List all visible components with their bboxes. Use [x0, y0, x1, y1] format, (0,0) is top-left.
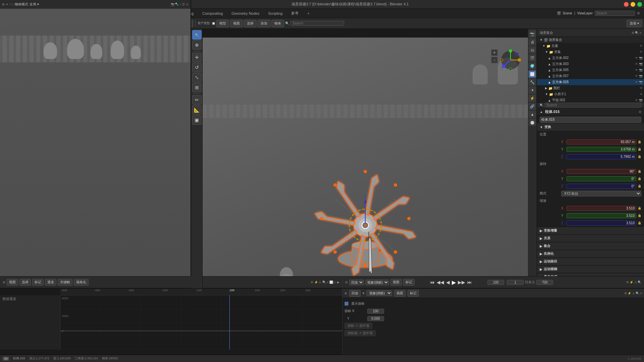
outliner-item-cube003[interactable]: ▲ 立方体.003 👁 📷 — [537, 61, 644, 67]
icon-scene[interactable]: 🎬 — [529, 54, 536, 62]
icon-object[interactable]: ⬜ — [529, 70, 536, 78]
outliner-item-cube002[interactable]: ▲ 立方体.002 👁 📷 — [537, 55, 644, 61]
tl-normalize-btn[interactable]: 规格化 — [74, 279, 89, 286]
marker-btn2[interactable]: 标记 — [403, 279, 415, 286]
tl-channel-btn[interactable]: 通道 — [45, 279, 56, 286]
scene-name[interactable]: Scene — [563, 11, 572, 15]
axis-gizmo-center[interactable]: Y X Z — [500, 49, 521, 71]
zoom-out[interactable]: - — [491, 57, 498, 63]
asset-add-btn[interactable]: 添加 — [258, 20, 270, 27]
rotation-x[interactable]: 90° — [567, 169, 636, 174]
tl-keyframe-btn[interactable]: 关键帧 — [58, 279, 72, 286]
viewlayer-name[interactable]: ViewLayer — [577, 11, 593, 15]
win-maximize[interactable] — [637, 2, 642, 7]
rotation-mode-select[interactable]: XYZ 欧拉 — [561, 191, 641, 196]
tool-measure[interactable]: 📐 — [192, 105, 202, 115]
transform-section-header[interactable]: ▼ 变换 — [537, 123, 644, 131]
collections-header[interactable]: ▶ 集合 — [537, 242, 644, 250]
tool-scale[interactable]: ⤡ — [192, 73, 202, 82]
play-prev-keyframe[interactable]: ◀◀ — [437, 280, 444, 285]
icon-world[interactable]: 🌍 — [529, 62, 536, 70]
graph-area[interactable]: 4000 2000 0 — [60, 295, 342, 350]
tab-compositing[interactable]: Compositing — [198, 9, 227, 18]
outliner-item-elements[interactable]: ▼ 📁 元素 👁 — [537, 43, 644, 49]
dope-marker[interactable]: 标记 — [408, 290, 419, 297]
object-name-field[interactable]: 柱体.015 — [540, 117, 641, 123]
icon-constraints[interactable]: 🔗 — [529, 103, 536, 110]
start-frame-input[interactable] — [507, 280, 524, 285]
top-right-search[interactable] — [595, 11, 635, 16]
props-search-input[interactable] — [545, 103, 641, 108]
motion-paths-header[interactable]: ▶ 运动路径 — [537, 258, 644, 265]
frame-type-select[interactable]: 视象(插帧) — [365, 280, 389, 285]
play-next-frame[interactable]: ▶▶ — [458, 280, 465, 285]
zoom-in[interactable]: + — [491, 49, 498, 56]
icon-data[interactable]: ▲ — [529, 111, 536, 118]
location-z[interactable]: 5.7992 m — [567, 154, 636, 159]
scale-x[interactable]: 3.510 — [567, 206, 636, 211]
location-y[interactable]: 3.6758 m — [567, 147, 636, 152]
outliner-item-cube005[interactable]: ▲ 立方体.005 👁 📷 — [537, 67, 644, 73]
outliner-item-plane002[interactable]: ▲ 平面.002 👁 📷 — [537, 97, 644, 102]
icon-view-layer[interactable]: 🗂 — [529, 46, 536, 54]
play-button[interactable]: ▶ — [452, 279, 456, 286]
tool-annotate[interactable]: ✏ — [192, 95, 202, 105]
tab-geometry-nodes[interactable]: Geometry Nodes — [227, 9, 263, 18]
outliner-scene-collection[interactable]: ▼ 🎬 场景集合 — [537, 37, 644, 43]
icon-particles[interactable]: ✦ — [529, 86, 536, 94]
outliner-item-fence[interactable]: ▶ 📁 围栏 👁 — [537, 85, 644, 91]
tl-marker-btn[interactable]: 标记 — [32, 279, 44, 286]
dope-type-select[interactable]: 视象(插帧) — [366, 290, 392, 296]
lock-ry[interactable]: 🔒 — [638, 177, 641, 180]
dope-playback[interactable]: 回放 — [349, 290, 361, 297]
motion-blur-header[interactable]: ▶ 运动模糊 — [537, 265, 644, 273]
playback-type-select[interactable]: 回放 — [349, 280, 364, 285]
win-close[interactable] — [624, 2, 629, 7]
tl-select-btn[interactable]: 选择 — [19, 279, 31, 286]
tool-box[interactable]: ▣ — [192, 115, 202, 125]
play-to-end[interactable]: ⏭ — [467, 280, 472, 285]
cursor-to-center-btn[interactable]: 游标 -> 选中项 — [344, 323, 372, 329]
tab-add[interactable]: + — [303, 9, 313, 18]
outliner-item-house[interactable]: ▼ 📁 小房子1 👁 — [537, 91, 644, 97]
tool-transform[interactable]: ⊞ — [192, 83, 202, 92]
asset-object-btn[interactable]: 物体 — [271, 20, 284, 27]
rotation-y[interactable]: 0° — [567, 176, 636, 181]
asset-model-btn[interactable]: 模型 — [216, 20, 229, 27]
play-prev-frame[interactable]: ◀ — [446, 280, 450, 285]
location-x[interactable]: 93.057 m — [567, 139, 636, 144]
lock-sy[interactable]: 🔒 — [638, 214, 641, 217]
play-to-start[interactable]: ⏮ — [430, 280, 435, 285]
tool-cursor[interactable]: ⊕ — [192, 40, 202, 50]
instancing-header[interactable]: ▶ 实例化 — [537, 250, 644, 257]
outliner-item-cube007[interactable]: ▲ 立方体.007 👁 📷 — [537, 73, 644, 79]
current-frame-input[interactable] — [487, 280, 504, 285]
tl-view-btn[interactable]: 视图 — [7, 279, 18, 286]
icon-output[interactable]: 🖨 — [529, 38, 536, 46]
rotation-z[interactable]: 0° — [567, 184, 636, 189]
lock-y[interactable]: 🔒 — [638, 147, 641, 151]
win-minimize[interactable] — [631, 2, 635, 7]
lock-sz[interactable]: 🔒 — [638, 221, 641, 225]
lock-sx[interactable]: 🔒 — [638, 206, 641, 210]
lock-rz[interactable]: 🔒 — [638, 184, 641, 188]
icon-physics[interactable]: ⚡ — [529, 95, 536, 102]
scale-y[interactable]: 3.510 — [567, 213, 636, 218]
outliner-item-cube015[interactable]: ▲ 立方体.015 👁 📷 — [537, 79, 644, 85]
show-cursor-checkbox[interactable] — [344, 302, 348, 306]
lock-z[interactable]: 🔒 — [638, 155, 641, 158]
dope-type[interactable]: ▾ — [363, 291, 364, 295]
transform-delta-header[interactable]: ▶ 变换增量 — [537, 227, 644, 234]
tab-reference[interactable]: 参考 — [287, 9, 303, 18]
asset-options-btn[interactable]: 选项 ▾ — [627, 20, 642, 27]
cursor-y-value[interactable]: 0.000 — [367, 316, 384, 321]
lock-rx[interactable]: 🔒 — [638, 170, 641, 173]
relations-header[interactable]: ▶ 关系 — [537, 235, 644, 242]
dope-view[interactable]: 视图 — [394, 290, 406, 297]
tab-scripting[interactable]: Scripting — [264, 9, 286, 18]
tool-select[interactable]: ↖ — [192, 30, 202, 40]
asset-view-btn[interactable]: 视图 — [230, 20, 243, 27]
tool-move[interactable]: ✛ — [192, 53, 202, 62]
icon-material[interactable]: ⬤ — [529, 119, 536, 126]
end-frame-input[interactable] — [536, 280, 553, 285]
